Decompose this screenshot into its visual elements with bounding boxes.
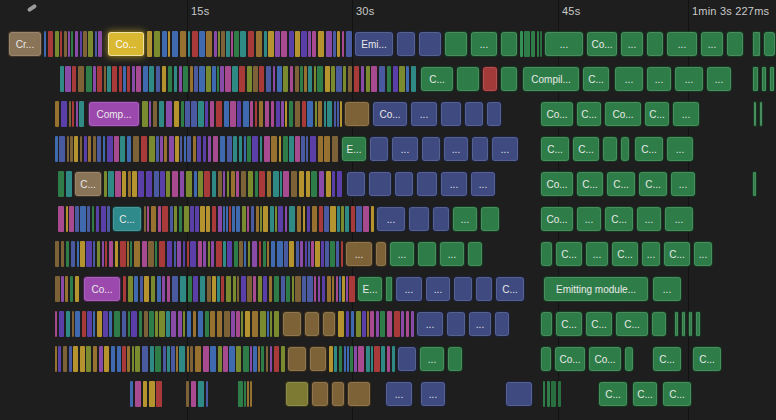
task-stripe[interactable]	[363, 206, 369, 232]
task-stripe[interactable]	[174, 101, 179, 127]
task-stripe[interactable]	[227, 136, 232, 162]
task-stripe[interactable]	[260, 206, 262, 232]
task-stripe[interactable]	[44, 31, 46, 57]
task-stripe[interactable]	[259, 101, 263, 127]
task-stripe[interactable]	[154, 171, 159, 197]
task-stripe[interactable]	[172, 171, 178, 197]
task-stripe[interactable]	[208, 241, 210, 267]
task-stripe[interactable]	[300, 66, 303, 92]
task-stripe[interactable]	[221, 276, 224, 302]
task-stripe[interactable]	[225, 66, 231, 92]
task-stripe[interactable]	[147, 31, 152, 57]
task-stripe[interactable]	[162, 206, 168, 232]
task-stripe[interactable]	[227, 171, 229, 197]
task-stripe[interactable]	[218, 171, 222, 197]
task-block[interactable]: ...	[439, 241, 465, 267]
task-block[interactable]: ...	[674, 66, 704, 92]
task-stripe[interactable]	[212, 276, 216, 302]
task-block[interactable]: ...	[391, 136, 419, 162]
task-stripe[interactable]	[248, 171, 253, 197]
task-stripe[interactable]	[95, 31, 97, 57]
task-stripe[interactable]	[354, 346, 357, 372]
task-stripe[interactable]	[191, 101, 197, 127]
task-stripe[interactable]	[281, 276, 285, 302]
task-stripe[interactable]	[281, 31, 287, 57]
task-block[interactable]: C...	[576, 171, 604, 197]
task-block[interactable]: Co...	[604, 101, 642, 127]
task-block[interactable]	[500, 31, 518, 57]
task-stripe[interactable]	[156, 136, 159, 162]
task-stripe[interactable]	[174, 206, 177, 232]
task-stripe[interactable]	[149, 66, 154, 92]
task-block[interactable]	[681, 311, 686, 337]
task-stripe[interactable]	[223, 171, 225, 197]
task-stripe[interactable]	[296, 241, 299, 267]
task-stripe[interactable]	[195, 346, 201, 372]
task-block[interactable]: ...	[452, 206, 478, 232]
task-block[interactable]: C...	[615, 311, 649, 337]
task-block[interactable]	[464, 101, 484, 127]
task-stripe[interactable]	[234, 241, 238, 267]
task-stripe[interactable]	[278, 206, 283, 232]
task-block[interactable]	[418, 31, 442, 57]
task-stripe[interactable]	[318, 31, 324, 57]
task-stripe[interactable]	[387, 311, 392, 337]
task-stripe[interactable]	[239, 241, 243, 267]
task-stripe[interactable]	[275, 31, 280, 57]
task-stripe[interactable]	[245, 311, 250, 337]
task-stripe[interactable]	[233, 276, 236, 302]
task-block[interactable]	[475, 276, 493, 302]
task-stripe[interactable]	[275, 206, 277, 232]
task-stripe[interactable]	[183, 311, 185, 337]
task-stripe[interactable]	[229, 206, 231, 232]
task-block[interactable]	[674, 311, 679, 337]
task-block[interactable]: C...	[662, 381, 692, 407]
task-stripe[interactable]	[302, 101, 306, 127]
task-stripe[interactable]	[318, 136, 323, 162]
task-stripe[interactable]	[236, 206, 240, 232]
task-stripe[interactable]	[187, 311, 191, 337]
task-block[interactable]	[620, 136, 630, 162]
task-stripe[interactable]	[127, 66, 130, 92]
task-stripe[interactable]	[172, 276, 178, 302]
task-stripe[interactable]	[308, 66, 312, 92]
task-stripe[interactable]	[128, 276, 133, 302]
task-stripe[interactable]	[66, 206, 68, 232]
task-stripe[interactable]	[258, 346, 260, 372]
task-stripe[interactable]	[269, 276, 272, 302]
task-stripe[interactable]	[263, 206, 268, 232]
task-stripe[interactable]	[55, 31, 59, 57]
task-block[interactable]	[540, 346, 552, 372]
task-stripe[interactable]	[346, 31, 352, 57]
task-stripe[interactable]	[326, 31, 332, 57]
task-block[interactable]: ...	[443, 136, 469, 162]
task-stripe[interactable]	[258, 276, 262, 302]
task-block[interactable]	[346, 171, 366, 197]
task-block[interactable]	[417, 241, 437, 267]
task-stripe[interactable]	[411, 311, 414, 337]
task-stripe[interactable]	[166, 101, 172, 127]
task-stripe[interactable]	[259, 171, 265, 197]
task-stripe[interactable]	[315, 101, 317, 127]
task-stripe[interactable]	[236, 311, 240, 337]
task-block[interactable]	[287, 346, 307, 372]
task-stripe[interactable]	[66, 241, 69, 267]
task-stripe[interactable]	[149, 101, 151, 127]
task-block[interactable]: Co...	[540, 101, 574, 127]
task-stripe[interactable]	[123, 66, 126, 92]
task-stripe[interactable]	[311, 171, 317, 197]
task-block[interactable]: ...	[576, 206, 602, 232]
task-stripe[interactable]	[267, 311, 269, 337]
task-stripe[interactable]	[280, 171, 282, 197]
task-block[interactable]: Co...	[372, 101, 408, 127]
task-stripe[interactable]	[179, 66, 182, 92]
task-stripe[interactable]	[253, 276, 256, 302]
task-block[interactable]	[416, 171, 438, 197]
task-stripe[interactable]	[218, 206, 222, 232]
task-stripe[interactable]	[223, 241, 226, 267]
task-stripe[interactable]	[212, 206, 216, 232]
task-block[interactable]: E...	[357, 276, 383, 302]
task-stripe[interactable]	[274, 346, 279, 372]
task-block[interactable]	[467, 241, 483, 267]
task-stripe[interactable]	[74, 136, 78, 162]
